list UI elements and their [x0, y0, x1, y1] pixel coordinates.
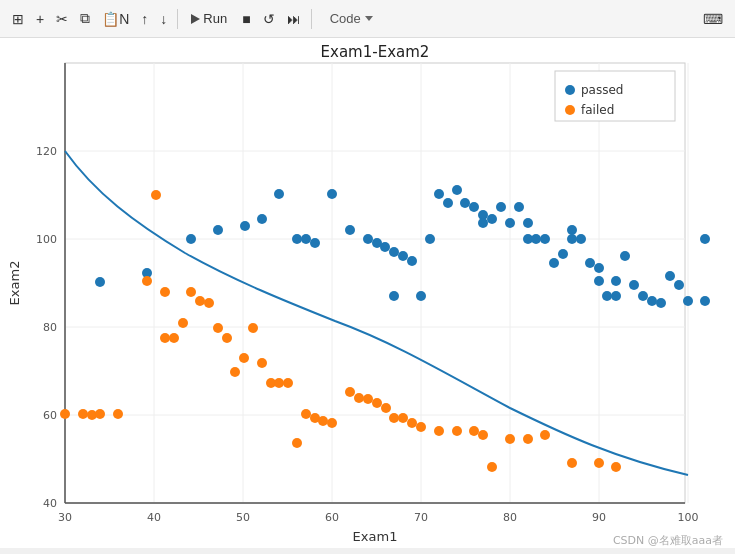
legend-failed-dot [565, 105, 575, 115]
svg-point-124 [487, 462, 497, 472]
svg-point-48 [443, 198, 453, 208]
svg-point-111 [345, 387, 355, 397]
svg-point-98 [222, 333, 232, 343]
svg-point-60 [531, 234, 541, 244]
svg-text:90: 90 [592, 511, 606, 524]
svg-text:80: 80 [503, 511, 517, 524]
y-axis-label: Exam2 [7, 261, 22, 306]
svg-point-84 [78, 409, 88, 419]
skip-btn[interactable]: ⏭ [283, 9, 305, 29]
chart-title: Exam1-Exam2 [321, 43, 430, 61]
svg-point-63 [558, 249, 568, 259]
grid-icon-btn[interactable]: ⊞ [8, 9, 28, 29]
svg-point-71 [611, 276, 621, 286]
svg-point-83 [60, 409, 70, 419]
svg-point-70 [602, 291, 612, 301]
svg-text:50: 50 [236, 511, 250, 524]
run-button[interactable]: Run [184, 8, 234, 29]
svg-point-109 [318, 416, 328, 426]
svg-point-107 [301, 409, 311, 419]
stop-btn[interactable]: ■ [238, 9, 254, 29]
svg-point-38 [363, 234, 373, 244]
svg-point-40 [380, 242, 390, 252]
svg-point-26 [95, 277, 105, 287]
svg-point-31 [257, 214, 267, 224]
svg-point-41 [389, 247, 399, 257]
svg-point-73 [620, 251, 630, 261]
svg-point-126 [523, 434, 533, 444]
svg-point-114 [372, 398, 382, 408]
svg-point-64 [567, 225, 577, 235]
svg-point-127 [540, 430, 550, 440]
svg-point-34 [301, 234, 311, 244]
svg-point-120 [434, 426, 444, 436]
svg-point-80 [683, 296, 693, 306]
svg-point-55 [496, 202, 506, 212]
svg-text:60: 60 [43, 409, 57, 422]
svg-point-121 [452, 426, 462, 436]
svg-point-119 [416, 422, 426, 432]
move-down-btn[interactable]: ↓ [156, 9, 171, 29]
svg-point-86 [95, 409, 105, 419]
paste-md-btn[interactable]: 📋N [98, 9, 133, 29]
copy-btn[interactable]: ⧉ [76, 8, 94, 29]
svg-point-75 [638, 291, 648, 301]
svg-point-51 [469, 202, 479, 212]
svg-point-29 [213, 225, 223, 235]
x-axis-label: Exam1 [353, 529, 398, 543]
svg-point-118 [407, 418, 417, 428]
code-dropdown-btn[interactable]: Code [322, 8, 381, 29]
svg-point-43 [398, 251, 408, 261]
svg-point-81 [700, 296, 710, 306]
svg-point-68 [594, 263, 604, 273]
svg-point-122 [469, 426, 479, 436]
chart-area [65, 63, 685, 503]
svg-point-76 [647, 296, 657, 306]
svg-point-44 [407, 256, 417, 266]
svg-point-116 [389, 413, 399, 423]
svg-point-46 [425, 234, 435, 244]
svg-point-105 [283, 378, 293, 388]
svg-point-87 [113, 409, 123, 419]
scatter-chart: Exam1-Exam2 [5, 43, 715, 543]
svg-text:60: 60 [325, 511, 339, 524]
svg-point-37 [345, 225, 355, 235]
svg-point-129 [594, 458, 604, 468]
svg-point-61 [540, 234, 550, 244]
svg-point-97 [213, 323, 223, 333]
svg-point-33 [292, 234, 302, 244]
svg-point-96 [204, 298, 214, 308]
svg-point-112 [354, 393, 364, 403]
svg-point-125 [505, 434, 515, 444]
svg-point-69 [594, 276, 604, 286]
svg-point-93 [178, 318, 188, 328]
svg-text:40: 40 [147, 511, 161, 524]
restart-btn[interactable]: ↺ [259, 9, 279, 29]
svg-point-117 [398, 413, 408, 423]
svg-point-30 [240, 221, 250, 231]
svg-point-128 [567, 458, 577, 468]
svg-text:70: 70 [414, 511, 428, 524]
legend-failed-label: failed [581, 103, 614, 117]
svg-text:100: 100 [678, 511, 699, 524]
svg-point-28 [186, 234, 196, 244]
cut-btn[interactable]: ✂ [52, 9, 72, 29]
svg-text:40: 40 [43, 497, 57, 510]
keyboard-icon-btn[interactable]: ⌨ [699, 9, 727, 29]
toolbar: ⊞ + ✂ ⧉ 📋N ↑ ↓ Run ■ ↺ ⏭ Code ⌨ [0, 0, 735, 38]
add-btn[interactable]: + [32, 9, 48, 29]
chevron-down-icon [365, 16, 373, 21]
move-up-btn[interactable]: ↑ [137, 9, 152, 29]
run-icon [191, 14, 200, 24]
divider-2 [311, 9, 312, 29]
watermark: CSDN @名难取aaa者 [613, 533, 723, 548]
svg-point-89 [151, 190, 161, 200]
svg-point-35 [310, 238, 320, 248]
svg-point-59 [523, 218, 533, 228]
svg-point-92 [169, 333, 179, 343]
svg-point-82 [700, 234, 710, 244]
svg-point-45 [416, 291, 426, 301]
svg-point-65 [567, 234, 577, 244]
svg-point-36 [327, 189, 337, 199]
svg-point-123 [478, 430, 488, 440]
